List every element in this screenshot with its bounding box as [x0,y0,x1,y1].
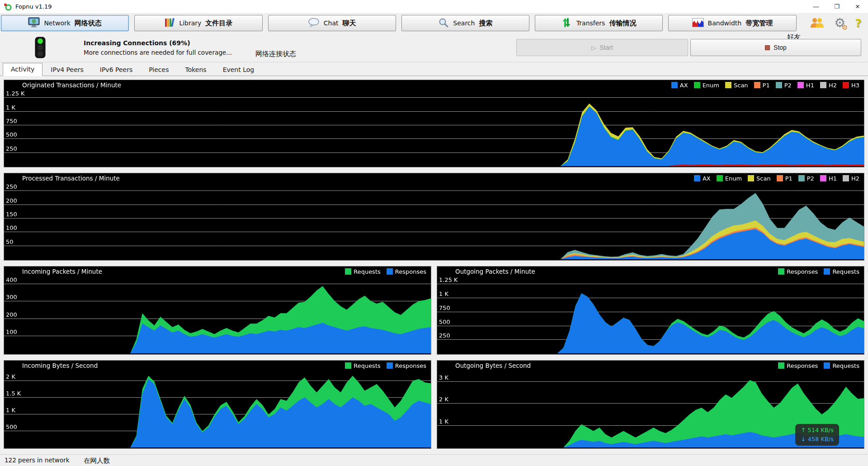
status-bar: 122 peers in network 在网人数 [0,454,868,466]
tab-search[interactable]: Search 搜索 [401,15,529,31]
upload-rate: 514 KB/s [807,427,834,433]
maximize-button[interactable]: ❐ [826,0,847,13]
tab-bandwidth-label-zh: 带宽管理 [745,19,773,28]
stop-button-label: Stop [774,44,787,51]
tab-transfers-label-zh: 传输情况 [609,19,636,28]
chart-outgoing-packets: Outgoing Packets / Minute ResponsesReque… [437,266,864,355]
connection-status-text: Increasing Connections (69%) More connec… [84,38,232,57]
tab-chat[interactable]: Chat 聊天 [268,15,396,31]
stop-button[interactable]: Stop [690,39,861,56]
window-title: Fopnu v1.19 [15,3,52,10]
activity-charts: Originated Transactions / Minute AXEnumS… [0,76,868,454]
tab-ipv4-peers[interactable]: IPv4 Peers [42,63,91,76]
help-icon[interactable]: ? [855,17,862,30]
peers-count: 122 peers in network [5,456,70,464]
tab-transfers[interactable]: Transfers 传输情况 [535,15,663,31]
chat-icon [308,18,320,29]
chart-processed-transactions: Processed Transactions / Minute AXEnumSc… [4,173,864,261]
chart-originated-transactions: Originated Transactions / Minute AXEnumS… [4,80,864,167]
tab-library[interactable]: Library 文件目录 [134,15,262,31]
tab-chat-label-zh: 聊天 [342,19,356,28]
bandwidth-icon [692,18,704,29]
close-button[interactable]: ✕ [847,0,868,13]
minimize-button[interactable]: — [806,0,826,13]
transfers-icon [561,17,572,29]
tab-bandwidth-label: Bandwidth [708,19,742,27]
connection-status-detail: More connections are needed for full cov… [84,48,232,57]
chart-canvas-incoming-bytes [4,361,431,448]
tab-bandwidth[interactable]: Bandwidth 带宽管理 [668,15,796,31]
network-view-tabs: Activity IPv4 Peers IPv6 Peers Pieces To… [0,62,868,76]
peers-count-zh: 在网人数 [84,456,110,465]
window-controls: — ❐ ✕ [806,0,868,13]
tab-chat-label: Chat [324,19,339,27]
download-rate: 458 KB/s [807,436,834,442]
tab-activity[interactable]: Activity [3,63,42,76]
tab-transfers-label: Transfers [576,19,605,27]
start-icon: ▷ [591,44,596,51]
main-toolbar: Network 网络状态 Library 文件目录 Chat 聊天 Search… [0,14,868,33]
chart-outgoing-bytes: Outgoing Bytes / Second ResponsesRequest… [437,360,864,449]
tab-network[interactable]: Network 网络状态 [1,15,129,31]
tab-network-label: Network [44,19,70,27]
tab-tokens[interactable]: Tokens [177,63,214,76]
search-icon [438,17,449,29]
gear-small-glyph: ⚙ [842,24,848,32]
tab-network-label-zh: 网络状态 [75,19,102,28]
connection-status-zh: 网络连接状态 [255,50,296,58]
chart-incoming-packets: Incoming Packets / Minute RequestsRespon… [4,266,431,355]
tab-library-label-zh: 文件目录 [205,19,232,28]
connection-bar: Increasing Connections (69%) More connec… [0,33,868,62]
tab-search-label-zh: 搜索 [479,19,492,28]
chart-canvas-originated [4,80,864,167]
tab-library-label: Library [179,19,201,27]
chart-canvas-outgoing-packets [437,266,864,354]
settings-gear-icon[interactable]: ⚙ ⚙ [833,16,847,30]
upload-arrow-icon: ↑ [801,427,806,433]
title-bar: Fopnu v1.19 — ❐ ✕ [0,0,868,14]
tab-pieces[interactable]: Pieces [141,63,177,76]
transfer-rate-tooltip: ↑ 514 KB/s ↓ 458 KB/s [795,424,839,446]
friends-icon[interactable] [809,17,825,30]
traffic-light-icon [33,37,47,60]
start-button-label: Start [599,44,613,51]
library-icon [164,17,175,29]
tab-event-log[interactable]: Event Log [215,63,263,76]
app-logo-icon [4,3,12,11]
chart-canvas-incoming-packets [4,266,431,354]
network-icon [28,17,40,29]
start-button[interactable]: ▷ Start [516,39,688,56]
chart-incoming-bytes: Incoming Bytes / Second RequestsResponse… [4,360,431,449]
chart-canvas-processed [4,173,864,260]
stop-icon [765,45,770,50]
tab-search-label: Search [453,19,475,27]
tab-ipv6-peers[interactable]: IPv6 Peers [92,63,141,76]
connection-status-title: Increasing Connections (69%) [84,38,232,48]
download-arrow-icon: ↓ [801,436,806,442]
toolbar-icons: ⚙ ⚙ ? [802,15,867,31]
